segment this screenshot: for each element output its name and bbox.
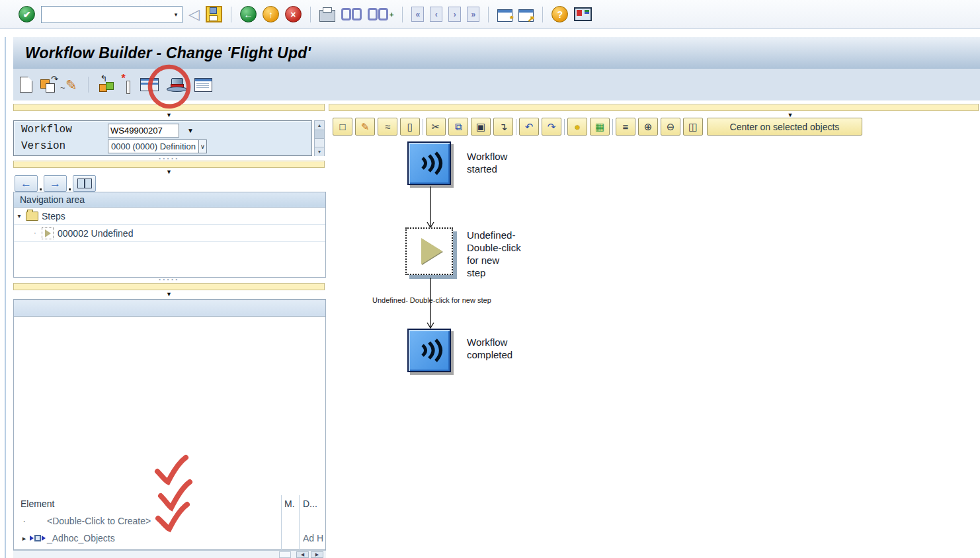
scroll-up-icon[interactable]: ▲ bbox=[315, 121, 324, 130]
workflow-builder-window: ✔ ▾ ◁ ← ↑ × + « ‹ › » * ↗ ? Workflow Bui… bbox=[0, 0, 980, 558]
hscroll-left-icon[interactable]: ◀ bbox=[296, 551, 309, 558]
alarm-icon[interactable]: ● bbox=[567, 118, 587, 136]
connector-label[interactable]: Undefined- Double-click for new step bbox=[372, 296, 491, 304]
collapsed-section-strip[interactable] bbox=[13, 283, 325, 290]
row-expander[interactable]: ▸ bbox=[20, 534, 28, 543]
zoom-out-icon[interactable]: ⊖ bbox=[661, 118, 680, 136]
workflow-id-input[interactable] bbox=[108, 124, 179, 138]
activate-icon[interactable]: * bbox=[123, 76, 132, 93]
new-session-icon[interactable]: * bbox=[497, 9, 512, 22]
version-select[interactable]: 0000 (0000) Definition ∨ bbox=[108, 140, 207, 153]
delete-icon[interactable]: ▯ bbox=[400, 118, 420, 136]
legend-icon[interactable]: ▦ bbox=[590, 118, 610, 136]
step-back-button[interactable]: ← bbox=[15, 175, 38, 192]
title-bar: Workflow Builder - Change 'Flight Upd' bbox=[13, 37, 980, 69]
container-element-icon bbox=[28, 535, 47, 541]
scroll-thumb[interactable] bbox=[315, 130, 324, 139]
workflow-outline-button[interactable] bbox=[73, 175, 96, 192]
step-forward-button[interactable]: → bbox=[44, 175, 67, 192]
toolbox-icon[interactable] bbox=[140, 78, 159, 91]
element-name: _Adhoc_Objects bbox=[47, 533, 115, 543]
zoom-in-icon[interactable]: ⊕ bbox=[638, 118, 658, 136]
collapse-triangle-icon[interactable]: ▼ bbox=[13, 112, 325, 118]
overview-icon[interactable] bbox=[194, 78, 212, 92]
element-row-create[interactable]: · <Double-Click to Create> bbox=[14, 512, 325, 530]
toolbar-separator bbox=[402, 7, 403, 22]
collapsed-section-strip[interactable] bbox=[13, 161, 325, 168]
create-icon[interactable] bbox=[20, 77, 32, 93]
workflow-started-node[interactable] bbox=[407, 141, 451, 185]
element-table: Element M. D... · <Double-Click to Creat… bbox=[13, 299, 326, 550]
exit-icon[interactable]: ↑ bbox=[263, 6, 279, 22]
version-dropdown-icon[interactable]: ∨ bbox=[198, 140, 206, 153]
collapsed-section-strip[interactable] bbox=[329, 104, 979, 111]
dropdown-dot-icon[interactable] bbox=[69, 188, 71, 190]
edit-icon[interactable]: ✎ bbox=[355, 118, 375, 136]
copy-workflow-icon[interactable]: ↷ bbox=[40, 77, 58, 93]
command-field[interactable]: ▾ bbox=[41, 6, 183, 23]
undo-icon[interactable]: ↶ bbox=[519, 118, 539, 136]
tree-node-label: 000002 Undefined bbox=[58, 228, 133, 239]
enter-glyph: ✔ bbox=[23, 10, 31, 19]
cut-icon[interactable]: ✂ bbox=[426, 118, 446, 136]
collapse-node-icon[interactable]: ▾ bbox=[14, 212, 24, 219]
center-on-selected-button[interactable]: Center on selected objects bbox=[707, 118, 862, 136]
first-page-icon[interactable]: « bbox=[411, 7, 424, 22]
insert-icon[interactable]: ↴ bbox=[493, 118, 513, 136]
shortcut-icon[interactable]: ↗ bbox=[518, 9, 534, 22]
toolbar-separator bbox=[231, 7, 231, 22]
undefined-step-node[interactable] bbox=[405, 227, 453, 275]
hscroll-right-icon[interactable]: ▶ bbox=[311, 551, 323, 558]
align-icon[interactable]: ≡ bbox=[616, 118, 635, 136]
fit-view-icon[interactable]: ◫ bbox=[683, 118, 703, 136]
test-icon[interactable] bbox=[167, 77, 186, 92]
command-dropdown-icon[interactable]: ▾ bbox=[170, 11, 182, 18]
workflow-dropdown-icon[interactable]: ▼ bbox=[187, 127, 194, 134]
back-triangle-icon[interactable]: ◁ bbox=[188, 7, 200, 22]
last-page-icon[interactable]: » bbox=[467, 7, 479, 22]
tree-node-label: Steps bbox=[42, 211, 65, 221]
scroll-down-icon[interactable]: ▼ bbox=[315, 147, 324, 156]
copy-icon[interactable]: ⧉ bbox=[448, 118, 468, 136]
save-icon[interactable] bbox=[206, 6, 222, 22]
collapse-triangle-icon[interactable]: ▼ bbox=[13, 291, 325, 298]
splitter-handle[interactable]: ····· bbox=[13, 278, 325, 282]
next-page-icon[interactable]: › bbox=[448, 7, 461, 22]
play-triangle-icon bbox=[421, 238, 442, 264]
customize-layout-icon[interactable] bbox=[574, 7, 592, 21]
workflow-completed-label: Workflow completed bbox=[467, 336, 512, 361]
paste-icon[interactable]: ▣ bbox=[471, 118, 491, 136]
workflow-completed-node[interactable] bbox=[407, 329, 451, 372]
navigation-area: Navigation area ▾ Steps · 000002 Undefin… bbox=[13, 192, 326, 278]
collapse-triangle-icon[interactable]: ▼ bbox=[13, 169, 325, 175]
column-m[interactable]: M. bbox=[284, 498, 295, 509]
create-step-icon[interactable]: □ bbox=[333, 118, 352, 136]
help-icon[interactable]: ? bbox=[551, 6, 568, 22]
redo-icon[interactable]: ↷ bbox=[542, 118, 561, 136]
workflow-header-box: Workflow ▼ Version 0000 (0000) Definitio… bbox=[13, 120, 312, 156]
element-row[interactable]: ▸ _Adhoc_Objects Ad H bbox=[14, 530, 325, 547]
back-icon[interactable]: ← bbox=[240, 6, 257, 22]
workflow-box-scrollbar[interactable]: ▲ ▼ bbox=[314, 120, 325, 156]
collapsed-section-strip[interactable] bbox=[13, 104, 325, 111]
undefined-step-icon[interactable] bbox=[42, 227, 54, 239]
command-input[interactable] bbox=[42, 8, 170, 21]
previous-page-icon[interactable]: ‹ bbox=[430, 7, 442, 22]
print-icon[interactable] bbox=[319, 10, 335, 22]
hscroll-thumb[interactable] bbox=[279, 551, 291, 558]
syntax-check-icon[interactable]: ~✎ bbox=[65, 78, 77, 92]
where-used-icon[interactable]: ↰ bbox=[99, 77, 115, 93]
tree-node-steps[interactable]: ▾ Steps bbox=[14, 208, 325, 225]
dropdown-dot-icon[interactable] bbox=[40, 188, 42, 190]
column-element[interactable]: Element bbox=[20, 498, 54, 509]
cancel-icon[interactable]: × bbox=[285, 6, 302, 22]
enter-icon[interactable]: ✔ bbox=[19, 6, 35, 22]
plus-glyph: + bbox=[389, 11, 393, 19]
find-next-icon[interactable]: + bbox=[368, 8, 393, 20]
tree-node-step[interactable]: · 000002 Undefined bbox=[14, 225, 325, 242]
element-table-hscrollbar[interactable]: ◀ ▶ bbox=[13, 550, 326, 558]
row-expander[interactable]: · bbox=[20, 517, 28, 525]
select-icon[interactable]: ≈ bbox=[378, 118, 397, 136]
column-d[interactable]: D... bbox=[303, 498, 317, 509]
find-icon[interactable] bbox=[341, 8, 362, 20]
